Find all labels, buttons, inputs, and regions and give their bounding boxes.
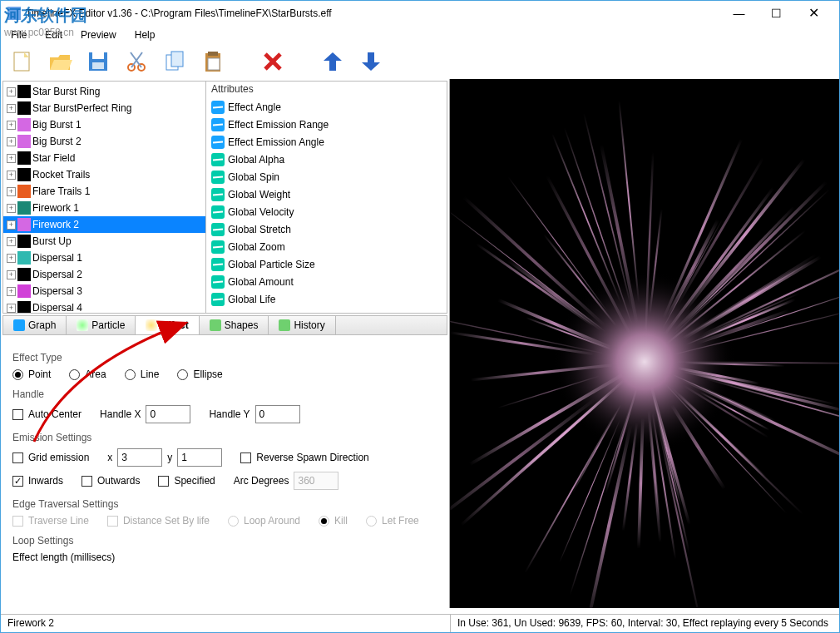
svg-rect-10 [171,52,183,67]
effects-tree[interactable]: +Star Burst Ring +Star BurstPerfect Ring… [3,82,206,313]
tree-item[interactable]: +Dispersal 3 [3,283,205,299]
svg-rect-83 [684,159,805,312]
svg-marker-16 [324,52,342,71]
attribute-item[interactable]: Effect Angle [206,98,447,116]
input-handle-x[interactable] [146,405,190,423]
effect-type-label: Effect Type [12,352,437,363]
tree-item[interactable]: +Star Field [3,150,205,166]
tree-item[interactable]: +Dispersal 1 [3,250,205,266]
tree-item-selected[interactable]: +Firework 2 [3,216,205,233]
tree-item[interactable]: +Star BurstPerfect Ring [3,100,205,116]
radio-ellipse[interactable] [177,369,188,380]
tree-item[interactable]: +Dispersal 2 [3,266,205,283]
edge-traversal-label: Edge Traversal Settings [12,498,437,510]
tab-particle[interactable]: Particle [67,316,136,334]
checkbox-reverse-spawn[interactable] [240,452,251,463]
tree-item[interactable]: +Star Burst Ring [3,83,205,100]
copy-icon[interactable] [162,49,187,74]
menu-edit[interactable]: Edit [40,27,67,42]
titlebar: TimelineFX Editor v1.36 - C:\Program Fil… [1,1,839,26]
attributes-pane: Attributes Effect Angle Effect Emission … [206,82,447,313]
effect-panel: Effect Type Point Area Line Ellipse Hand… [1,335,449,608]
new-file-icon[interactable] [9,49,34,74]
svg-rect-49 [559,419,620,563]
tab-graph[interactable]: Graph [3,316,67,334]
tab-effect[interactable]: Effect [136,316,199,334]
handle-label: Handle [12,388,437,400]
menu-preview[interactable]: Preview [76,27,121,42]
attribute-item[interactable]: Effect Emission Angle [206,133,447,151]
radio-let-free [366,516,377,527]
input-handle-y[interactable] [255,405,300,423]
attribute-item[interactable]: Global Life [206,290,447,308]
attribute-item[interactable]: Global Amount [206,273,447,290]
attribute-item[interactable]: Global Zoom [206,238,447,255]
open-folder-icon[interactable] [47,49,72,74]
attribute-item[interactable]: Effect Emission Range [206,116,447,133]
tab-shapes[interactable]: Shapes [200,316,269,334]
tree-item[interactable]: +Burst Up [3,233,205,250]
input-arc-degrees[interactable] [294,472,338,490]
radio-line[interactable] [125,369,136,380]
menubar: File Edit Preview Help [1,26,839,44]
svg-rect-29 [687,181,828,320]
emission-label: Emission Settings [12,432,437,443]
tree-item[interactable]: +Firework 1 [3,200,205,216]
checkbox-distance-by-life [107,516,118,527]
minimize-button[interactable]: — [720,2,758,25]
svg-rect-54 [450,398,595,518]
tab-history[interactable]: History [269,316,335,334]
close-button[interactable]: ✕ [795,2,833,25]
radio-area[interactable] [69,369,80,380]
delete-icon[interactable] [260,49,285,74]
svg-rect-31 [657,423,701,608]
loop-settings-label: Loop Settings [12,535,437,546]
radio-loop-around [228,516,239,527]
preview-viewport[interactable] [450,79,839,608]
paste-icon[interactable] [200,49,225,74]
move-down-icon[interactable] [358,49,383,74]
svg-rect-13 [208,58,220,70]
cut-icon[interactable] [124,49,149,74]
menu-file[interactable]: File [6,27,32,42]
attribute-item[interactable]: Global Spin [206,168,447,185]
move-up-icon[interactable] [320,49,345,74]
input-grid-x[interactable] [117,448,162,467]
svg-rect-3 [92,52,104,59]
tree-item[interactable]: +Rocket Trails [3,166,205,183]
attributes-header: Attributes [206,82,447,98]
status-left: Firework 2 [1,615,450,632]
checkbox-auto-center[interactable] [12,409,23,420]
menu-help[interactable]: Help [130,27,161,42]
attribute-item[interactable]: Global Stretch [206,220,447,238]
svg-marker-17 [362,52,380,71]
save-icon[interactable] [86,49,111,74]
attribute-item[interactable]: Global Weight [206,185,447,203]
firework-particle-preview [450,79,839,608]
checkbox-grid-emission[interactable] [12,452,23,463]
attribute-item[interactable]: Global Alpha [206,151,447,168]
attribute-item[interactable]: Global Particle Size [206,255,447,273]
tree-item[interactable]: +Big Burst 2 [3,133,205,150]
attribute-item[interactable]: Global Velocity [206,203,447,220]
toolbar [1,44,839,79]
checkbox-traverse-line [12,516,23,527]
svg-rect-12 [208,52,218,56]
svg-rect-21 [665,383,787,514]
maximize-button[interactable]: ☐ [758,2,795,25]
checkbox-outwards[interactable] [82,476,92,487]
app-icon [7,7,21,20]
input-grid-y[interactable] [177,448,222,467]
tree-item[interactable]: +Big Burst 1 [3,116,205,133]
status-right: In Use: 361, Un Used: 9639, FPS: 60, Int… [450,615,839,632]
checkbox-specified[interactable] [158,476,169,487]
tab-row: Graph Particle Effect Shapes History [2,315,447,335]
tree-item[interactable]: +Flare Trails 1 [3,183,205,200]
checkbox-inwards[interactable] [12,476,23,487]
svg-rect-4 [92,62,104,69]
tree-item[interactable]: +Dispersal 4 [3,299,205,313]
radio-point[interactable] [12,369,23,380]
svg-rect-85 [551,134,621,304]
statusbar: Firework 2 In Use: 361, Un Used: 9639, F… [1,614,839,632]
radio-kill [319,516,329,527]
